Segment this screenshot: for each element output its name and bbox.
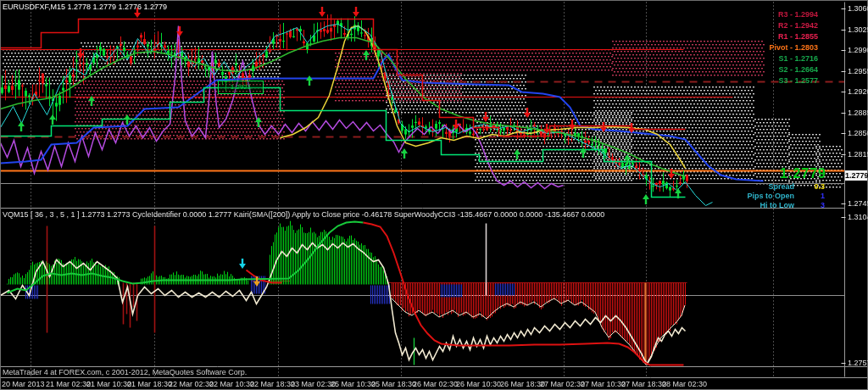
time-axis-label: 27 Mar 10:30 (581, 380, 626, 388)
time-axis-label: 23 Mar 02:30 (291, 380, 336, 388)
current-price-axis-box: 1.2779 (845, 170, 867, 181)
pips-to-open-label: Pips to Open (747, 192, 794, 200)
time-axis-label: 22 Mar 18:30 (250, 380, 295, 388)
spread-label: Spread (768, 182, 794, 191)
spread-row: Spread 0.3 (0, 182, 868, 192)
time-axis-label: 20 Mar 2013 (2, 380, 45, 388)
price-tick-label: 1.2745 (848, 199, 868, 208)
time-axis-label: 25 Mar 18:30 (371, 380, 416, 388)
price-tick-label: 1.2955 (848, 67, 868, 75)
price-tick-label: 1.2757 (848, 359, 868, 367)
time-axis-label: 21 Mar 10:30 (86, 380, 131, 388)
time-axis-label: 27 Mar 18:30 (621, 380, 666, 388)
pivot-level-s3: S3 - 1.2577 (778, 76, 818, 85)
time-axis-label: 21 Mar 02:30 (46, 380, 91, 388)
time-axis-label: 22 Mar 10:30 (209, 380, 254, 388)
price-tick-label: 1.3104 (848, 213, 868, 221)
time-axis[interactable]: 20 Mar 201321 Mar 02:3021 Mar 10:3021 Ma… (0, 380, 868, 390)
time-axis-label: 21 Mar 18:30 (127, 380, 172, 388)
indicator-header: VQM15 [ 36 , 3 , 5 , 1 ] 1.2773 1.2773 C… (3, 210, 604, 220)
spread-value: 0.3 (814, 182, 825, 191)
price-tick-label: 1.2990 (848, 46, 868, 54)
pivot-level-s1: S1 - 1.2716 (778, 54, 818, 63)
chart-price-label-box: 1.2921 (218, 81, 264, 94)
mt4-chart-window: EURUSDFXF,M15 1.2778 1.2779 1.2776 1.277… (0, 0, 868, 390)
price-tick-label: 1.2815 (848, 150, 868, 159)
chart-price-label-text: 1.2921 (231, 83, 251, 91)
hi-to-low-row: Hi to Low 3 (0, 201, 868, 210)
pips-to-open-row: Pips to Open 1 (0, 192, 868, 201)
price-tick-label: 1.2850 (848, 129, 868, 137)
hi-to-low-label: Hi to Low (760, 201, 795, 209)
time-axis-label: 28 Mar 02:30 (662, 380, 707, 388)
pivot-level-pivot: Pivot - 1.2803 (769, 43, 818, 52)
pivot-level-s2: S2 - 1.2664 (778, 65, 818, 74)
pivot-level-r3: R3 - 1.2994 (778, 10, 818, 19)
time-axis-label: 26 Mar 10:30 (456, 380, 501, 388)
price-tick-label: 1.2885 (848, 109, 868, 117)
time-axis-label: 26 Mar 02:30 (413, 380, 458, 388)
price-tick-label: 1.2920 (848, 87, 868, 96)
time-axis-label: 22 Mar 02:30 (169, 380, 214, 388)
status-bar-text: MetaTrader 4 at FOREX.com, c 2001-2012, … (3, 368, 247, 377)
price-tick-label: 1.3060 (848, 4, 868, 13)
current-price-display: 1.2779 (780, 166, 826, 181)
chart-title-ohlc: EURUSDFXF,M15 1.2778 1.2779 1.2776 1.277… (3, 3, 167, 12)
pips-to-open-value: 1 (821, 192, 825, 200)
pivot-level-r1: R1 - 1.2855 (778, 32, 818, 41)
time-axis-label: 26 Mar 18:30 (500, 380, 545, 388)
price-tick-label: 1.3025 (848, 25, 868, 34)
time-axis-label: 25 Mar 10:30 (331, 380, 376, 388)
hi-to-low-value: 3 (821, 201, 825, 209)
time-axis-label: 27 Mar 02:30 (540, 380, 585, 388)
pivot-level-r2: R2 - 1.2942 (778, 21, 818, 30)
